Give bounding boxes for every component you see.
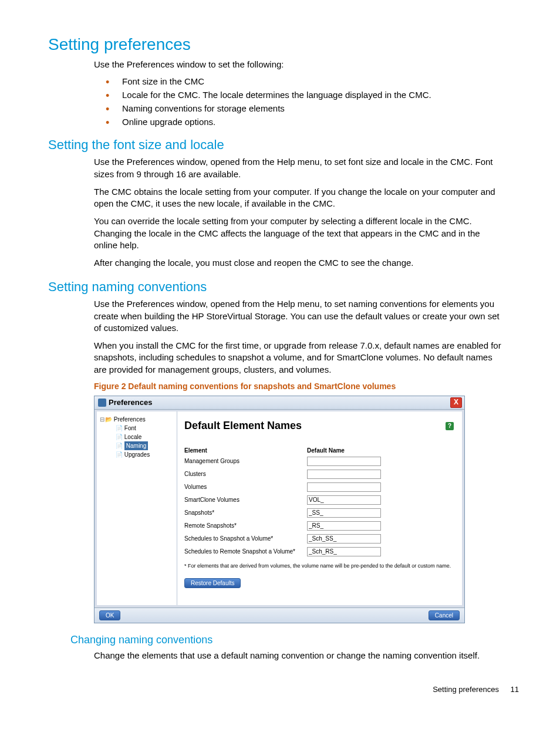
bullet-item: Locale for the CMC. The locale determine… (106, 90, 501, 100)
row-label: Snapshots* (184, 507, 307, 519)
tree-item-locale[interactable]: 📄 Locale (99, 433, 174, 441)
default-name-input[interactable] (307, 521, 381, 531)
default-name-input[interactable] (307, 470, 381, 479)
default-name-input[interactable] (307, 534, 381, 544)
help-icon[interactable]: ? (446, 422, 454, 430)
footer-page-number: 11 (511, 685, 519, 694)
default-name-input[interactable] (307, 508, 381, 518)
row-label: Volumes (184, 481, 307, 494)
tree-item-font[interactable]: 📄 Font (99, 424, 174, 433)
intro-paragraph: Use the Preferences window to set the fo… (94, 59, 501, 70)
body-paragraph: When you install the CMC for the first t… (94, 340, 501, 376)
row-label: Clusters (184, 468, 307, 481)
table-row: Volumes (184, 481, 393, 494)
default-name-input[interactable] (307, 495, 381, 505)
dialog-nav-tree: ⊟📂 Preferences 📄 Font 📄 Locale 📄 Naming … (97, 411, 177, 605)
heading-changing-naming: Changing naming conventions (70, 634, 525, 646)
tree-item-naming[interactable]: 📄 Naming (99, 441, 174, 450)
body-paragraph: You can override the locale setting from… (94, 215, 501, 251)
body-paragraph: Use the Preferences window, opened from … (94, 156, 501, 180)
restore-defaults-button[interactable]: Restore Defaults (184, 578, 241, 588)
cancel-button[interactable]: Cancel (429, 610, 460, 620)
table-row: Management Groups (184, 455, 393, 468)
bullet-item: Online upgrade options. (106, 117, 501, 127)
body-paragraph: Change the elements that use a default n… (94, 650, 501, 661)
dialog-main-panel: ? Default Element Names Element Default … (177, 411, 462, 605)
dialog-titlebar: Preferences X (95, 396, 464, 410)
default-name-input[interactable] (307, 457, 381, 466)
intro-bullets: Font size in the CMC Locale for the CMC.… (106, 76, 501, 127)
preferences-dialog: Preferences X ⊟📂 Preferences 📄 Font 📄 Lo… (94, 396, 465, 623)
body-paragraph: After changing the locale, you must clos… (94, 257, 501, 269)
row-label: Schedules to Remote Snapshot a Volume* (184, 545, 307, 558)
dialog-title: Preferences (109, 398, 152, 407)
bullet-item: Naming conventions for storage elements (106, 103, 501, 113)
tree-root[interactable]: ⊟📂 Preferences (99, 415, 174, 424)
table-row: Remote Snapshots* (184, 519, 393, 532)
dialog-footer: OK Cancel (95, 607, 464, 623)
col-header-default: Default Name (307, 446, 393, 455)
body-paragraph: The CMC obtains the locale setting from … (94, 186, 501, 210)
close-icon[interactable]: X (450, 397, 462, 408)
footer-section: Setting preferences (433, 685, 499, 694)
default-name-input[interactable] (307, 547, 381, 556)
row-label: Remote Snapshots* (184, 519, 307, 532)
heading-font-locale: Setting the font size and locale (48, 137, 525, 153)
default-name-input[interactable] (307, 482, 381, 492)
table-row: Clusters (184, 468, 393, 481)
page-footer: Setting preferences 11 (35, 685, 525, 694)
row-label: SmartClone Volumes (184, 494, 307, 507)
bullet-item: Font size in the CMC (106, 76, 501, 86)
ok-button[interactable]: OK (99, 610, 120, 620)
tree-item-upgrades[interactable]: 📄 Upgrades (99, 450, 174, 459)
row-label: Schedules to Snapshot a Volume* (184, 532, 307, 545)
app-icon (98, 399, 106, 407)
panel-title: Default Element Names (184, 420, 455, 432)
col-header-element: Element (184, 446, 307, 455)
table-row: SmartClone Volumes (184, 494, 393, 507)
table-footnote: * For elements that are derived from vol… (184, 563, 455, 569)
table-row: Schedules to Snapshot a Volume* (184, 532, 393, 545)
body-paragraph: Use the Preferences window, opened from … (94, 298, 501, 334)
table-row: Snapshots* (184, 507, 393, 519)
row-label: Management Groups (184, 455, 307, 468)
heading-naming-conventions: Setting naming conventions (48, 279, 525, 295)
figure-caption: Figure 2 Default naming conventions for … (94, 382, 525, 391)
heading-setting-preferences: Setting preferences (48, 35, 525, 54)
table-row: Schedules to Remote Snapshot a Volume* (184, 545, 393, 558)
default-names-table: Element Default Name Management Groups C… (184, 446, 393, 558)
